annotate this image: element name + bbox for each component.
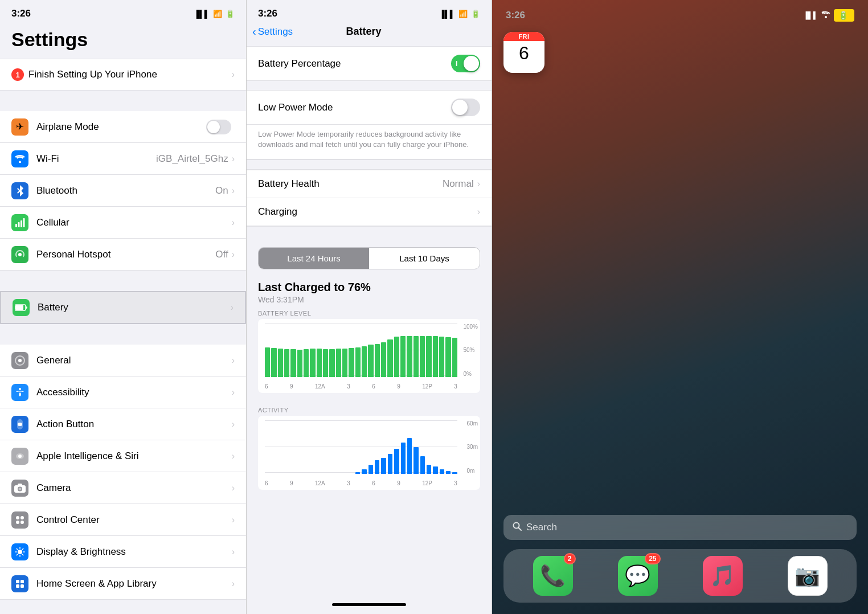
- activity-bar: [440, 469, 444, 474]
- search-text: Search: [526, 522, 557, 533]
- signal-icon-middle: ▐▌▌: [439, 10, 455, 18]
- charge-info: Last Charged to 76% Wed 3:31PM: [247, 275, 492, 304]
- svg-point-8: [19, 388, 21, 390]
- action-label: Action Button: [36, 419, 232, 430]
- activity-bar: [401, 443, 406, 474]
- status-bar-middle: 3:26 ▐▌▌ 📶 🔋: [247, 0, 492, 23]
- battery-bar: [362, 346, 367, 377]
- battery-bar: [271, 348, 276, 377]
- battery-level-chart: 100% 50% 0% 6 9 12A 3 6 9 12P: [258, 319, 480, 393]
- row-camera[interactable]: Camera ›: [0, 472, 246, 504]
- ya-60: 60m: [467, 420, 478, 427]
- battery-bar: [439, 337, 444, 377]
- battery-bar: [317, 349, 322, 377]
- svg-line-27: [519, 528, 522, 531]
- airplane-toggle[interactable]: [206, 120, 231, 134]
- last24-button[interactable]: Last 24 Hours: [259, 248, 369, 269]
- battery-percentage-toggle[interactable]: I: [451, 55, 480, 72]
- activity-bar: [369, 465, 373, 474]
- battery-x-labels: 6 9 12A 3 6 9 12P 3: [265, 383, 457, 390]
- airplane-icon: ✈: [11, 118, 28, 136]
- camera-label: Camera: [36, 482, 232, 494]
- low-power-row[interactable]: Low Power Mode: [247, 91, 492, 125]
- row-bluetooth[interactable]: Bluetooth On ›: [0, 175, 246, 207]
- dock-app-camera[interactable]: 📷: [788, 556, 828, 596]
- cellular-label: Cellular: [36, 217, 232, 228]
- row-homescreen[interactable]: Home Screen & App Library ›: [0, 568, 246, 600]
- battery-percentage-section: Battery Percentage I: [247, 46, 492, 81]
- battery-percentage-row[interactable]: Battery Percentage I: [247, 47, 492, 80]
- row-wifi[interactable]: Wi-Fi iGB_Airtel_5Ghz ›: [0, 143, 246, 175]
- charging-label: Charging: [258, 206, 477, 218]
- camera-icon: [11, 480, 28, 497]
- low-power-toggle[interactable]: [451, 99, 480, 116]
- dock-app-music[interactable]: 🎵: [703, 556, 743, 596]
- signal-icon-left: ▐▌▌: [194, 10, 210, 18]
- battery-health-row[interactable]: Battery Health Normal ›: [247, 170, 492, 198]
- battery-bar: [329, 349, 334, 377]
- battery-bar: [290, 349, 296, 377]
- dock-app-phone[interactable]: 📞 2: [533, 556, 573, 596]
- time-left: 3:26: [11, 8, 31, 19]
- spacer-3: [247, 227, 492, 236]
- battery-bar: [265, 347, 270, 377]
- battery-y-labels: 100% 50% 0%: [463, 324, 478, 377]
- action-chevron: ›: [232, 419, 235, 429]
- row-cellular[interactable]: Cellular ›: [0, 207, 246, 239]
- row-display[interactable]: Display & Brightness ›: [0, 536, 246, 568]
- messages-icon: 💬: [625, 564, 650, 588]
- row-airplane[interactable]: ✈ Airplane Mode: [0, 111, 246, 143]
- battery-level-label: BATTERY LEVEL: [258, 310, 480, 317]
- svg-point-18: [21, 516, 24, 519]
- svg-point-19: [16, 521, 19, 524]
- activity-bar: [407, 438, 412, 474]
- battery-panel: 3:26 ▐▌▌ 📶 🔋 ‹ Settings Battery Battery …: [246, 0, 492, 614]
- row-accessibility[interactable]: Accessibility ›: [0, 376, 246, 408]
- settings-title: Settings: [0, 23, 246, 59]
- finish-setup-label: Finish Setting Up Your iPhone: [28, 69, 232, 80]
- back-button[interactable]: ‹ Settings: [252, 25, 293, 38]
- low-power-label: Low Power Mode: [258, 102, 451, 113]
- svg-point-12: [18, 455, 22, 458]
- row-general[interactable]: General ›: [0, 345, 246, 376]
- siri-label: Apple Intelligence & Siri: [36, 451, 232, 462]
- svg-rect-16: [18, 484, 22, 486]
- finish-setup-row[interactable]: 1 Finish Setting Up Your iPhone ›: [0, 59, 246, 91]
- dock: 📞 2 💬 25 🎵 📷: [503, 549, 857, 603]
- battery-bar: [394, 337, 399, 377]
- search-bar[interactable]: Search: [503, 515, 857, 540]
- row-action[interactable]: Action Button ›: [0, 408, 246, 440]
- bluetooth-chevron: ›: [232, 186, 235, 196]
- row-hotspot[interactable]: Personal Hotspot Off ›: [0, 239, 246, 271]
- battery-chart-section: BATTERY LEVEL 100% 50% 0% 6 9 12A 3: [247, 304, 492, 399]
- battery-icon: [13, 299, 30, 316]
- toggle-on-label: I: [456, 60, 457, 68]
- activity-chart-section: ACTIVITY 60m 30m 0m 6 9 12A 3 6 9: [247, 401, 492, 496]
- charge-subtitle: Wed 3:31PM: [258, 295, 480, 304]
- health-section: Battery Health Normal › Charging ›: [247, 169, 492, 227]
- battery-bar: [297, 350, 302, 377]
- dock-app-messages[interactable]: 💬 25: [618, 556, 658, 596]
- back-chevron-icon: ‹: [252, 25, 256, 38]
- battery-nav: ‹ Settings Battery: [247, 23, 492, 46]
- activity-bar: [413, 447, 418, 474]
- battery-icon-middle: 🔋: [471, 10, 480, 18]
- activity-bar: [433, 466, 437, 474]
- homescreen-label: Home Screen & App Library: [36, 578, 232, 590]
- charging-row[interactable]: Charging ›: [247, 198, 492, 226]
- row-battery[interactable]: Battery ›: [0, 291, 246, 324]
- battery-bar: [375, 344, 380, 377]
- calendar-app-icon[interactable]: FRI 6: [503, 32, 544, 73]
- settings-panel: 3:26 ▐▌▌ 📶 🔋 Settings 1 Finish Setting U…: [0, 0, 246, 614]
- svg-rect-24: [16, 584, 19, 588]
- home-panel: 3:26 ▐▌▌ 🔋 FRI 6 Search 📞 2 �: [492, 0, 868, 614]
- bluetooth-value: On: [215, 185, 228, 197]
- row-siri[interactable]: Apple Intelligence & Siri ›: [0, 440, 246, 472]
- row-control[interactable]: Control Center ›: [0, 504, 246, 536]
- last10-button[interactable]: Last 10 Days: [369, 248, 480, 269]
- back-label: Settings: [258, 26, 293, 38]
- calendar-date: 6: [519, 42, 529, 64]
- siri-chevron: ›: [232, 451, 235, 461]
- section-gap-1: [0, 91, 246, 111]
- wifi-icon-left: 📶: [213, 10, 222, 18]
